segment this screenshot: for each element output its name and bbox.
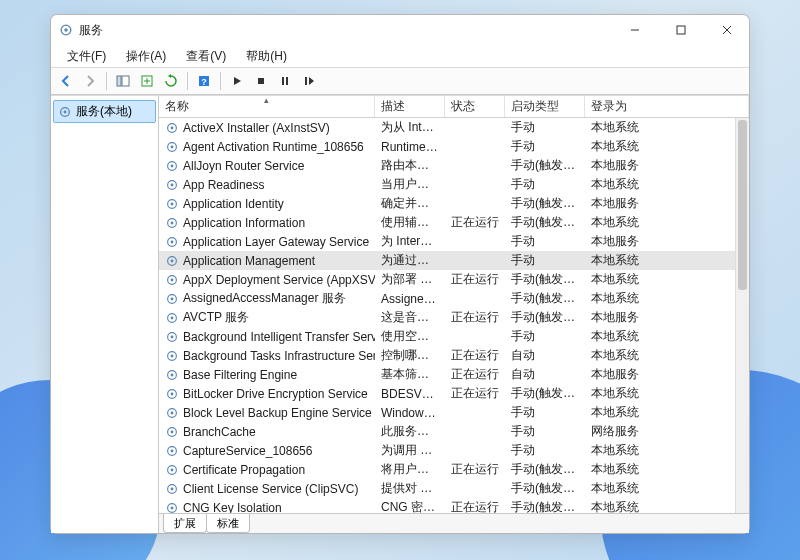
gear-icon (165, 330, 179, 344)
column-login-as[interactable]: 登录为 (585, 96, 749, 117)
menu-file[interactable]: 文件(F) (57, 46, 116, 67)
service-name: CaptureService_108656 (183, 444, 312, 458)
service-row[interactable]: Application Information使用辅助管...正在运行手动(触发… (159, 213, 735, 232)
gear-icon (165, 159, 179, 173)
service-row[interactable]: ActiveX Installer (AxInstSV)为从 Inter...手… (159, 118, 735, 137)
svg-point-26 (171, 202, 174, 205)
service-name: Base Filtering Engine (183, 368, 297, 382)
service-start-type: 手动 (505, 442, 585, 459)
restart-service-button[interactable] (298, 70, 320, 92)
service-start-type: 手动(触发器... (505, 157, 585, 174)
service-row[interactable]: Application Layer Gateway Service为 Inter… (159, 232, 735, 251)
svg-point-50 (171, 430, 174, 433)
service-start-type: 手动 (505, 328, 585, 345)
service-row[interactable]: AllJoyn Router Service路由本地 A...手动(触发器...… (159, 156, 735, 175)
svg-point-38 (171, 316, 174, 319)
pause-service-button[interactable] (274, 70, 296, 92)
service-row[interactable]: CaptureService_108656为调用 Wi...手动本地系统 (159, 441, 735, 460)
service-start-type: 手动(触发器... (505, 480, 585, 497)
service-login-as: 本地系统 (585, 176, 655, 193)
service-start-type: 手动 (505, 404, 585, 421)
window-title: 服务 (79, 22, 621, 39)
gear-icon (165, 140, 179, 154)
gear-icon (165, 387, 179, 401)
service-login-as: 本地服务 (585, 233, 655, 250)
service-row[interactable]: Application Management为通过组策...手动本地系统 (159, 251, 735, 270)
menu-view[interactable]: 查看(V) (176, 46, 236, 67)
service-row[interactable]: Agent Activation Runtime_108656Runtime f… (159, 137, 735, 156)
content-body: 服务(本地) 名称 ▴ 描述 状态 启动类型 登录为 ActiveX Insta… (51, 95, 749, 533)
service-desc: AssignedA... (375, 292, 445, 306)
stop-service-button[interactable] (250, 70, 272, 92)
gear-icon (165, 121, 179, 135)
help-button[interactable]: ? (193, 70, 215, 92)
column-status[interactable]: 状态 (445, 96, 505, 117)
scrollbar-thumb[interactable] (738, 120, 747, 290)
service-desc: 为从 Inter... (375, 119, 445, 136)
column-name-label: 名称 (165, 98, 189, 115)
service-desc: BDESVC ... (375, 387, 445, 401)
start-service-button[interactable] (226, 70, 248, 92)
service-name: BranchCache (183, 425, 256, 439)
show-hide-tree-button[interactable] (112, 70, 134, 92)
service-name: ActiveX Installer (AxInstSV) (183, 121, 330, 135)
close-button[interactable] (713, 20, 741, 40)
service-row[interactable]: Application Identity确定并验证...手动(触发器...本地服… (159, 194, 735, 213)
service-start-type: 手动 (505, 233, 585, 250)
service-row[interactable]: Base Filtering Engine基本筛选引...正在运行自动本地服务 (159, 365, 735, 384)
tab-standard[interactable]: 标准 (206, 514, 250, 533)
service-row[interactable]: Block Level Backup Engine ServiceWindows… (159, 403, 735, 422)
service-row[interactable]: BranchCache此服务缓存...手动网络服务 (159, 422, 735, 441)
separator (220, 72, 221, 90)
service-status: 正在运行 (445, 347, 505, 364)
back-button[interactable] (55, 70, 77, 92)
service-row[interactable]: Certificate Propagation将用户证书...正在运行手动(触发… (159, 460, 735, 479)
svg-point-54 (171, 468, 174, 471)
menu-action[interactable]: 操作(A) (116, 46, 176, 67)
svg-point-42 (171, 354, 174, 357)
svg-point-24 (171, 183, 174, 186)
svg-point-18 (171, 126, 174, 129)
tree-item-services-local[interactable]: 服务(本地) (53, 100, 156, 123)
export-list-button[interactable] (136, 70, 158, 92)
service-row[interactable]: Background Tasks Infrastructure Service控… (159, 346, 735, 365)
services-window: 服务 文件(F) 操作(A) 查看(V) 帮助(H) ? (50, 14, 750, 534)
svg-point-22 (171, 164, 174, 167)
gear-icon (165, 254, 179, 268)
service-desc: Windows ... (375, 406, 445, 420)
titlebar[interactable]: 服务 (51, 15, 749, 45)
service-start-type: 手动(触发器... (505, 271, 585, 288)
column-start-type[interactable]: 启动类型 (505, 96, 585, 117)
service-desc: 基本筛选引... (375, 366, 445, 383)
service-row[interactable]: BitLocker Drive Encryption ServiceBDESVC… (159, 384, 735, 403)
service-desc: 为 Internet... (375, 233, 445, 250)
column-name[interactable]: 名称 ▴ (159, 96, 375, 117)
service-name: CNG Key Isolation (183, 501, 282, 514)
gear-icon (165, 501, 179, 514)
tree-item-label: 服务(本地) (76, 103, 132, 120)
refresh-button[interactable] (160, 70, 182, 92)
service-row[interactable]: CNG Key IsolationCNG 密钥...正在运行手动(触发器...本… (159, 498, 735, 513)
service-login-as: 本地系统 (585, 347, 655, 364)
service-row[interactable]: AppX Deployment Service (AppXSVC)为部署 Mic… (159, 270, 735, 289)
service-row[interactable]: AVCTP 服务这是音频视...正在运行手动(触发器...本地服务 (159, 308, 735, 327)
service-name: App Readiness (183, 178, 264, 192)
service-start-type: 手动(触发器... (505, 385, 585, 402)
service-start-type: 自动 (505, 347, 585, 364)
gear-icon (165, 349, 179, 363)
service-row[interactable]: Background Intelligent Transfer Service使… (159, 327, 735, 346)
service-login-as: 本地系统 (585, 404, 655, 421)
minimize-button[interactable] (621, 20, 649, 40)
forward-button[interactable] (79, 70, 101, 92)
menu-help[interactable]: 帮助(H) (236, 46, 297, 67)
column-description[interactable]: 描述 (375, 96, 445, 117)
tab-extended[interactable]: 扩展 (163, 514, 207, 533)
gear-icon (165, 216, 179, 230)
maximize-button[interactable] (667, 20, 695, 40)
svg-point-52 (171, 449, 174, 452)
service-row[interactable]: AssignedAccessManager 服务AssignedA...手动(触… (159, 289, 735, 308)
vertical-scrollbar[interactable] (735, 118, 749, 513)
service-row[interactable]: Client License Service (ClipSVC)提供对 Mic.… (159, 479, 735, 498)
service-row[interactable]: App Readiness当用户初次...手动本地系统 (159, 175, 735, 194)
gear-icon (165, 368, 179, 382)
